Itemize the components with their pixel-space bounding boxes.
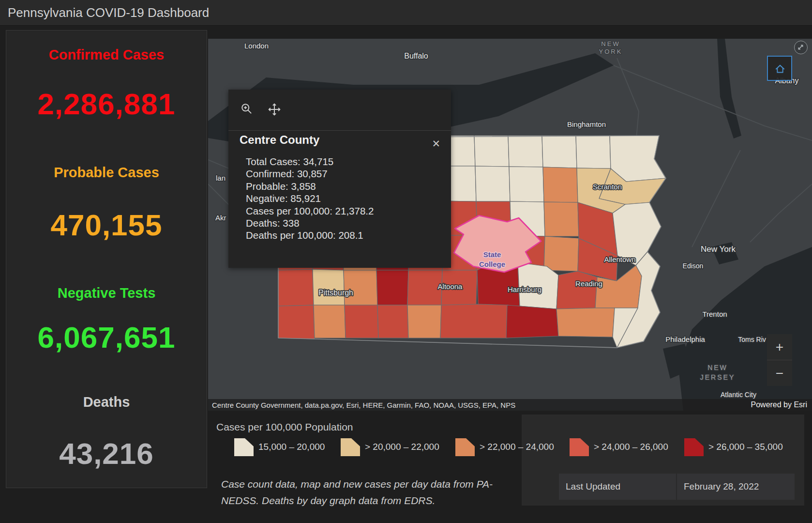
county-shape[interactable] [556, 308, 615, 337]
selected-city-label: State [483, 250, 501, 259]
popup-body: Total Cases: 34,715 Confirmed: 30,857 Pr… [246, 155, 374, 242]
dashboard-root: { "header": { "title": "Pennsylvania COV… [0, 0, 812, 523]
popup-toolbar [228, 90, 451, 131]
stat-value: 43,216 [6, 436, 207, 471]
legend-label: > 22,000 – 24,000 [480, 442, 554, 452]
state-name-label: NEW [707, 364, 728, 371]
legend-swatch [234, 438, 254, 456]
county-shape[interactable] [313, 269, 345, 305]
stat-value: 470,155 [6, 208, 207, 242]
county-shape[interactable] [345, 305, 378, 338]
stat-label: Negative Tests [6, 285, 207, 301]
attribution-bar: Centre County Government, data.pa.gov, E… [208, 399, 812, 411]
stat-label: Confirmed Cases [6, 47, 207, 63]
city-label: Toms Riv [738, 336, 766, 343]
selected-city-label: College [479, 260, 505, 268]
city-label: London [244, 42, 269, 50]
county-shape[interactable] [509, 167, 544, 202]
city-label: Edison [683, 262, 704, 270]
county-shape[interactable] [506, 305, 558, 338]
county-popup: ✕ Centre County Total Cases: 34,715 Conf… [228, 90, 451, 268]
county-shape[interactable] [556, 271, 597, 309]
county-shape[interactable] [407, 305, 441, 338]
county-shape[interactable] [576, 136, 611, 169]
county-shape[interactable] [475, 166, 510, 201]
county-shape[interactable] [278, 269, 314, 306]
home-icon [774, 62, 786, 75]
zoom-controls: + − [767, 334, 792, 386]
popup-line: Deaths: 338 [246, 217, 374, 229]
state-name-label: NEW [601, 40, 620, 47]
city-label: Trenton [702, 310, 727, 318]
city-label: Altoona [438, 282, 463, 291]
home-button[interactable] [767, 56, 792, 81]
stat-negative-tests-value: 6,067,651 [6, 320, 207, 354]
legend-label: > 26,000 – 35,000 [708, 442, 783, 452]
last-updated-label: Last Updated [559, 474, 676, 500]
legend-label: > 24,000 – 26,000 [594, 442, 668, 452]
county-shape[interactable] [508, 136, 543, 167]
zoom-in-button[interactable]: + [767, 334, 792, 360]
county-shape[interactable] [344, 270, 377, 305]
popup-line: Cases per 100,000: 21,378.2 [246, 205, 374, 217]
city-label: Akr [215, 214, 226, 222]
city-label: Buffalo [404, 52, 428, 60]
fullscreen-icon[interactable] [794, 41, 808, 54]
county-shape[interactable] [544, 202, 579, 236]
city-label: Reading [575, 279, 602, 288]
app-header: Pennsylvania COVID-19 Dashboard [0, 0, 812, 26]
stat-deaths: Deaths [6, 394, 207, 410]
state-name-label: JERSEY [700, 373, 735, 381]
county-shape[interactable] [376, 270, 408, 305]
legend-swatch [341, 438, 360, 456]
map-attribution: Centre County Government, data.pa.gov, E… [212, 401, 515, 409]
city-label: lan [216, 174, 226, 182]
city-label: Pittsburgh [318, 289, 353, 297]
popup-line: Total Cases: 34,715 [246, 155, 374, 168]
city-label: Binghamton [567, 120, 606, 128]
county-shape[interactable] [440, 304, 508, 338]
stat-probable-cases: Probable Cases [6, 165, 207, 181]
stat-label: Probable Cases [6, 165, 207, 181]
legend-title: Cases per 100,000 Population [216, 421, 353, 433]
popup-line: Probable: 3,858 [246, 180, 374, 192]
city-label: New York [701, 245, 736, 254]
map-container[interactable]: LondonBuffaloBinghamtonNEWYORKAlbanyScra… [208, 39, 812, 411]
stat-deaths-value: 43,216 [6, 436, 207, 471]
city-label: Harrisburg [508, 285, 541, 293]
popup-line: Negative: 85,921 [246, 192, 374, 204]
stat-confirmed-cases: Confirmed Cases [6, 47, 207, 63]
city-label: Scranton [593, 183, 622, 191]
county-shape[interactable] [278, 305, 315, 339]
county-shape[interactable] [377, 305, 408, 338]
popup-line: Deaths per 100,000: 208.1 [246, 229, 374, 241]
stat-value: 6,067,651 [6, 320, 207, 354]
close-icon[interactable]: ✕ [432, 138, 440, 150]
last-updated-value: February 28, 2022 [677, 474, 795, 500]
data-source-note: Case count data, map and new cases per d… [221, 476, 507, 509]
stat-confirmed-cases-value: 2,286,881 [6, 87, 207, 121]
county-shape[interactable] [544, 236, 579, 271]
powered-by-esri: Powered by Esri [751, 400, 808, 409]
county-shape[interactable] [407, 270, 442, 305]
page-title: Pennsylvania COVID-19 Dashboard [0, 0, 812, 25]
city-label: Allentown [604, 255, 635, 263]
popup-line: Confirmed: 30,857 [246, 168, 374, 180]
county-shape[interactable] [474, 136, 509, 167]
legend-label: > 20,000 – 22,000 [365, 442, 439, 452]
county-shape[interactable] [543, 167, 578, 202]
zoom-out-button[interactable]: − [767, 360, 792, 386]
popup-title: Centre County [240, 133, 319, 147]
state-name-label: YORK [599, 48, 623, 55]
stats-panel: Confirmed Cases 2,286,881 Probable Cases… [6, 30, 207, 488]
stat-value: 2,286,881 [6, 87, 207, 121]
city-label: Atlantic City [721, 391, 756, 399]
legend-swatch [455, 438, 475, 456]
legend-label: 15,000 – 20,000 [258, 442, 325, 452]
stat-probable-cases-value: 470,155 [6, 208, 207, 242]
county-shape[interactable] [314, 305, 346, 338]
stat-label: Deaths [6, 394, 207, 410]
city-label: Philadelphia [665, 335, 705, 343]
stat-negative-tests: Negative Tests [6, 285, 207, 301]
county-shape[interactable] [542, 136, 577, 168]
